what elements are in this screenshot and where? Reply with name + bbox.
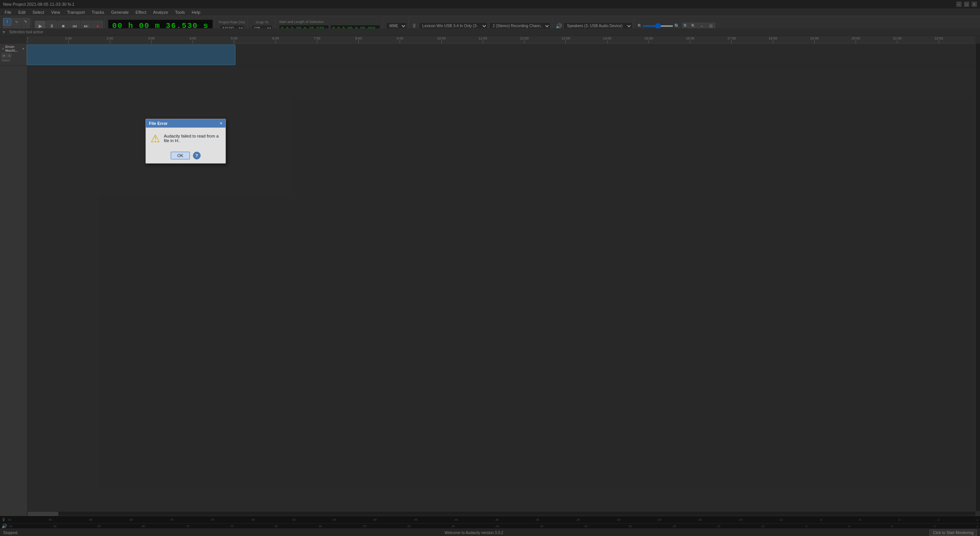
dialog-title: File Error — [149, 121, 168, 126]
warning-icon: ⚠ — [150, 132, 160, 145]
dialog-ok-button[interactable]: OK — [171, 152, 190, 159]
dialog-message: Audacity failed to read from a file in H… — [164, 132, 221, 143]
dialog-title-bar: File Error × — [146, 119, 225, 128]
dialog-body: ⚠ Audacity failed to read from a file in… — [146, 128, 225, 149]
dialog-overlay: File Error × ⚠ Audacity failed to read f… — [0, 0, 980, 536]
dialog-help-button[interactable]: ? — [193, 152, 201, 159]
file-error-dialog: File Error × ⚠ Audacity failed to read f… — [145, 119, 226, 164]
dialog-close-button[interactable]: × — [220, 121, 222, 126]
dialog-buttons: OK ? — [146, 149, 225, 163]
